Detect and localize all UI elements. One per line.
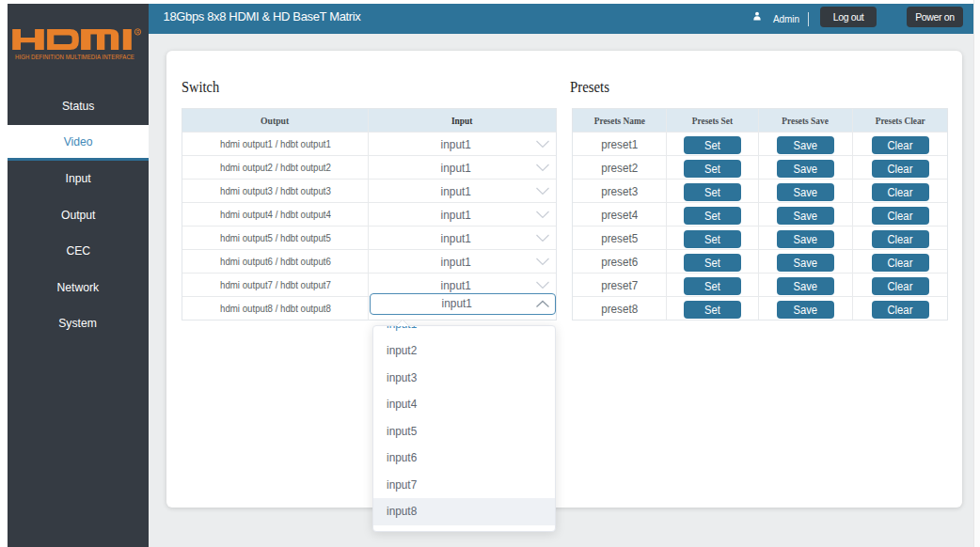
svg-text:R: R	[136, 30, 140, 35]
